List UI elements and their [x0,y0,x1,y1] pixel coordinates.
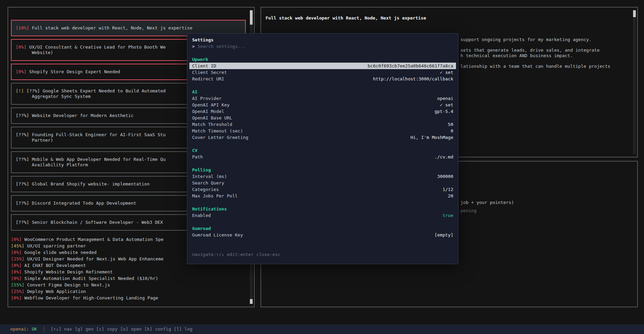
job-title: Discord Integrated Todo App Development [32,201,136,206]
settings-search-input[interactable]: >Search settings... [189,43,456,50]
job-title: UX/UI Designer Needed for Next.js Web Ap… [27,256,163,261]
match-score-badge: [10%] [16,25,29,30]
match-score-badge: [??%] [16,113,29,118]
description-line: sets that generate leads, drive sales, a… [460,48,610,53]
job-title: UX/UI Consultant & Creative Lead for Pho… [29,44,165,50]
match-score-badge: [??%] [16,181,29,187]
match-score-badge: [25%] [11,289,24,294]
settings-row-max-jobs[interactable]: Max Jobs Per Poll 20 [189,193,456,199]
job-title: UX/UI sparring partner [27,243,86,248]
description-line: h technical execution AND business impac… [460,53,610,59]
settings-section-cv: CV Path ./cv.md [189,147,456,160]
settings-modal: Settings >Search settings... Upwork Clie… [187,33,458,264]
description-line: support ongoing projects for my marketin… [460,37,610,42]
settings-row-openai-api-key[interactable]: OpenAI API Key ✓ set [189,102,456,108]
job-title: Founding Full-Stack Engineer for AI-Firs… [32,132,165,137]
match-score-badge: [0%] [16,69,26,74]
settings-section-gumroad: Gumroad Gumroad License Key [empty] [189,225,456,238]
job-title: Mobile & Web App Developer Needed for Re… [32,157,165,162]
settings-row-search-query[interactable]: Search Query [189,180,456,186]
settings-row-gumroad-license[interactable]: Gumroad License Key [empty] [189,232,456,238]
settings-row-cover-letter-greeting[interactable]: Cover Letter Greeting Hi, I'm MoshMage [189,134,456,141]
job-list-item[interactable]: [55%]Convert Figma Design to Next.js [11,282,246,288]
settings-row-match-threshold[interactable]: Match Threshold 50 [189,121,456,128]
match-score-badge: [0%] [11,295,22,300]
job-list-item[interactable]: [25%]Deploy Web Application [11,288,246,295]
provider-label: openai: [10,326,29,332]
search-prompt-icon: > [192,44,195,49]
match-score-badge: [??%] [16,132,29,137]
match-score-badge: [45%] [11,243,24,248]
job-title: Website Developer for Modern Aesthetic [32,113,133,118]
scrollbar-thumb[interactable] [633,10,636,17]
section-header: AI [189,89,456,95]
job-title: Simple Automation Audit Specialist Neede… [24,276,158,281]
section-header: CV [189,147,456,154]
modal-keybind-hints: navigate:↑/↓ edit:enter close:esc [189,251,456,258]
alert-badge: [!] [16,88,24,93]
settings-section-polling: Polling Interval (ms) 300000 Search Quer… [189,167,456,199]
settings-row-notifications-enabled[interactable]: Enabled true [189,212,456,219]
settings-row-openai-model[interactable]: OpenAI Model gpt-5.4 [189,108,456,115]
job-title: Shopify Website Design Refinement [24,269,112,274]
match-score-badge: [0%] [11,250,22,255]
settings-modal-title: Settings [189,37,456,43]
settings-row-client-id[interactable]: Client ID bc6c0f693cb7ee25a0b646c661f7a8… [189,63,456,69]
cover-hint-line: job + your pointers) [460,200,514,205]
section-header: Gumroad [189,225,456,232]
provider-status: OK [32,326,37,332]
statusbar-keybind-hints: [↑↓] nav [g] gen [c] copy [o] open [k] c… [51,326,192,332]
settings-row-redirect-uri[interactable]: Redirect URI http://localhost:3000/callb… [189,76,456,82]
job-title: AI CHAT BOT Development [24,263,86,268]
section-header: Notifications [189,206,456,212]
description-line: lationship with a team that can handle m… [460,64,610,69]
cover-hint-line: pening [460,208,514,214]
match-score-badge: [??%] [16,220,29,225]
settings-row-cv-path[interactable]: Path ./cv.md [189,154,456,160]
job-title: Google Sheets Expert Needed to Build Aut… [43,88,166,93]
match-score-badge: [0%] [11,269,22,274]
job-title: Google slide website needed [24,250,96,255]
job-detail-title: Full stack web developer with React, Nod… [266,15,426,21]
settings-section-notifications: Notifications Enabled true [189,206,456,219]
section-header: Polling [189,167,456,173]
match-score-badge: [55%] [11,282,24,287]
job-title: Shopify Store Design Expert Needed [29,69,120,74]
job-title: Full stack web developer with React, Nod… [32,25,192,30]
job-list-item[interactable]: [0%]Shopify Website Design Refinement [11,269,246,275]
search-placeholder: Search settings... [198,44,246,49]
job-title: Convert Figma Design to Next.js [27,282,110,287]
match-score-badge: [0%] [11,276,22,281]
settings-row-match-timeout[interactable]: Match Timeout (sec) 0 [189,128,456,134]
scrollbar-end-cap[interactable] [250,299,253,304]
section-header: Upwork [189,56,456,63]
cover-letter-hint: job + your pointers) pening [460,200,514,214]
match-score-badge: [0%] [11,263,22,268]
status-separator: │ [42,326,45,332]
job-description: support ongoing projects for my marketin… [460,37,610,69]
app-root: [10%]Full stack web developer with React… [0,0,644,334]
detail-panel-scrollbar[interactable] [633,10,636,154]
match-score-badge: [??%] [16,201,29,206]
settings-row-interval[interactable]: Interval (ms) 300000 [189,173,456,180]
job-list-item[interactable]: [0%]Webflow Developer for High-Convertin… [11,295,246,301]
job-title: Global Brand Shopify website- implementa… [32,181,149,187]
job-title: Deploy Web Application [27,289,86,294]
settings-section-ai: AI AI Provider openai OpenAI API Key ✓ s… [189,89,456,141]
job-title: WooCommerce Product Management & Data Au… [24,237,163,242]
settings-row-openai-base-url[interactable]: OpenAI Base URL [189,115,456,121]
match-score-badge: [??%] [26,88,40,93]
job-list-item[interactable]: [0%]Simple Automation Audit Specialist N… [11,275,246,282]
settings-row-categories[interactable]: Categories 1/12 [189,186,456,193]
match-score-badge: [??%] [16,157,29,162]
match-score-badge: [25%] [11,256,24,261]
match-score-badge: [0%] [11,237,22,242]
status-bar: openai: OK │ [↑↓] nav [g] gen [c] copy [… [0,324,644,334]
settings-row-client-secret[interactable]: Client Secret ✓ set [189,69,456,76]
job-title: Senior Blockchain / Software Developer -… [32,220,163,225]
settings-row-ai-provider[interactable]: AI Provider openai [189,95,456,102]
match-score-badge: [0%] [16,44,26,50]
settings-section-upwork: Upwork Client ID bc6c0f693cb7ee25a0b646c… [189,56,456,82]
job-title: Webflow Developer for High-Converting La… [24,295,158,300]
scrollbar-thumb[interactable] [250,10,253,25]
